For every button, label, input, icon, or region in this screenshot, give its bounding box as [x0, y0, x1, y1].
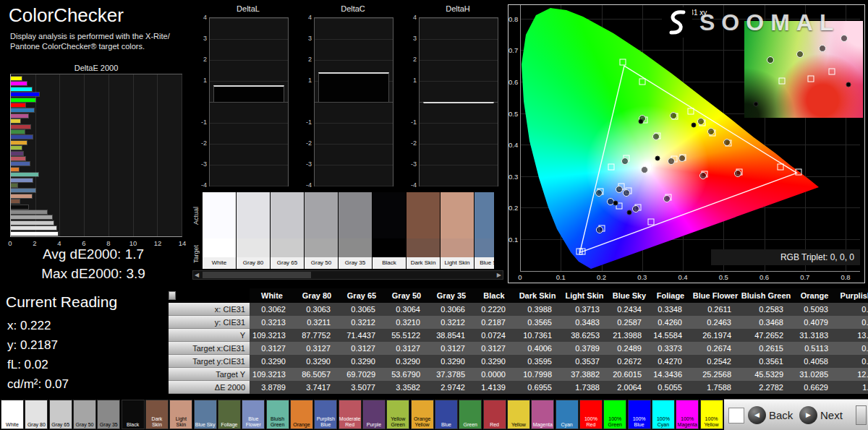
back-button[interactable]: Back — [769, 409, 793, 421]
cie-marker-circle — [723, 139, 731, 146]
palette-swatch[interactable]: Cyan — [556, 400, 579, 429]
table-cell: 0.2187 — [474, 316, 514, 329]
target-swatch — [237, 238, 270, 257]
mini-axis-tick: -3 — [196, 160, 207, 168]
panel-toggle-icon[interactable] — [856, 405, 867, 425]
palette-swatch[interactable]: Purple — [362, 400, 386, 429]
cie-axis-tick: 0.7 — [800, 273, 809, 281]
scroll-right-icon[interactable]: ▶ — [497, 271, 501, 279]
mini-axis-tick: 3 — [406, 35, 417, 42]
palette-swatch-label: Gray 50 — [74, 422, 95, 428]
scroll-left-icon[interactable]: ◀ — [195, 271, 199, 279]
palette-swatch[interactable]: Foliage — [218, 400, 241, 429]
table-cell: 0.3483 — [561, 316, 608, 329]
swatch-comparison: Actual Target WhiteGray 80Gray 65Gray 50… — [192, 192, 494, 269]
table-cell: 0.3066 — [429, 303, 474, 316]
table-cell: 0.3127 — [384, 342, 429, 355]
back-arrow-icon[interactable]: ◀ — [748, 406, 766, 424]
palette-swatch[interactable]: Yellow — [507, 400, 530, 429]
palette-swatch[interactable]: Red — [483, 400, 506, 429]
max-de2000-readout: Max dE2000: 3.9 — [0, 266, 187, 282]
palette-swatch[interactable]: Gray 80 — [25, 400, 48, 429]
mini-axis-tick: -4 — [406, 181, 417, 189]
palette-swatch[interactable]: Yellow Green — [386, 400, 409, 429]
palette-swatch[interactable]: Gray 35 — [97, 400, 120, 429]
cie-marker-circle — [663, 195, 671, 202]
table-cell: 0.2611 — [691, 303, 740, 316]
target-swatch — [271, 238, 304, 257]
actual-row-label: Actual — [192, 192, 202, 238]
palette-swatch[interactable]: 100% Green — [603, 400, 626, 429]
palette-swatch[interactable]: Black — [122, 400, 145, 429]
palette-swatch[interactable]: Gray 50 — [73, 400, 96, 429]
table-cell: 0.2643 — [837, 342, 868, 355]
table-column-header: Black — [474, 288, 514, 303]
cie-marker-circle — [621, 158, 629, 165]
table-cell: 1.7388 — [561, 381, 608, 394]
table-cell: 0.5093 — [792, 303, 837, 316]
palette-swatch[interactable]: Purplish Blue — [314, 400, 337, 429]
comparison-scrollbar[interactable]: ◀ ▶ — [192, 270, 503, 280]
palette-swatch[interactable]: 100% Magenta — [676, 400, 699, 429]
palette-swatch[interactable]: Bluish Green — [266, 400, 289, 429]
palette-swatch[interactable]: Orange — [290, 400, 313, 429]
de2000-plot — [10, 74, 182, 237]
next-button[interactable]: Next — [820, 409, 843, 421]
palette-swatch[interactable]: Moderate Red — [339, 400, 362, 429]
next-arrow-icon[interactable]: ▶ — [799, 406, 817, 424]
de2000-gridline — [133, 74, 134, 236]
de2000-bar — [11, 77, 22, 80]
actual-swatch — [237, 192, 270, 238]
de2000-bar — [11, 125, 30, 129]
table-cell: 0.0000 — [474, 368, 514, 381]
table-cell: 31.3183 — [792, 329, 837, 342]
mini-gridline — [315, 60, 393, 61]
palette-swatch[interactable]: Light Skin — [169, 400, 192, 429]
delta-bar — [318, 72, 389, 102]
de2000-bar — [11, 135, 33, 139]
measurement-table: WhiteGray 80Gray 65Gray 50Gray 35BlackDa… — [169, 288, 868, 395]
mini-axis-tick: -1 — [301, 119, 312, 126]
table-column-header: Purplish Blue — [837, 288, 868, 303]
table-cell: 3.5077 — [339, 381, 384, 394]
table-cell: 0.1903 — [837, 355, 868, 368]
palette-swatch[interactable]: Dark Skin — [145, 400, 169, 429]
de2000-bar — [11, 141, 27, 145]
palette-swatch[interactable]: White — [1, 400, 24, 429]
table-cell: 71.4437 — [339, 329, 384, 342]
palette-swatch[interactable]: Magenta — [531, 400, 554, 429]
palette-swatch[interactable]: Blue — [435, 400, 458, 429]
cie-marker-circle — [595, 189, 603, 197]
palette-swatch[interactable]: Blue Sky — [194, 400, 217, 429]
palette-swatch[interactable]: 100% Blue — [628, 400, 651, 429]
soomal-logo-icon — [662, 7, 692, 38]
palette-swatch[interactable]: Orange Yellow — [411, 400, 434, 429]
table-cell: 0.2489 — [608, 342, 650, 355]
table-cell: 0.3064 — [384, 303, 429, 316]
comparison-column: Black — [373, 192, 406, 269]
table-cell: 20.6015 — [608, 368, 650, 381]
cie-marker-square — [639, 79, 645, 85]
comparison-column: Gray 65 — [271, 192, 304, 269]
color-tile-icon[interactable] — [728, 408, 744, 423]
palette-swatch-label: 100% Green — [604, 416, 626, 428]
palette-swatch[interactable]: 100% Yellow — [700, 400, 723, 429]
cie-axis-tick: 0.4 — [509, 141, 518, 149]
palette-swatch[interactable]: 100% Red — [579, 400, 603, 429]
palette-swatch[interactable]: Gray 65 — [49, 400, 72, 429]
table-corner-button[interactable] — [169, 291, 176, 300]
table-row: Target y:CIE310.32900.32900.32900.32900.… — [169, 355, 868, 368]
table-cell: 0.4058 — [792, 355, 837, 368]
table-cell: 0.4270 — [650, 355, 691, 368]
cie-axis-tick: 0.5 — [719, 273, 728, 281]
palette-swatch[interactable]: Green — [459, 400, 482, 429]
table-cell: 0.3127 — [250, 342, 294, 355]
mini-axis-tick: -2 — [406, 139, 417, 147]
cie-axis-tick: 0 — [518, 273, 522, 281]
scrollbar-thumb[interactable] — [203, 272, 311, 278]
palette-swatch[interactable]: 100% Cyan — [652, 400, 675, 429]
palette-swatch-label: Cyan — [556, 422, 578, 428]
table-cell: 0.3127 — [429, 342, 474, 355]
palette-swatch[interactable]: Blue Flower — [242, 400, 265, 429]
mini-chart-title: DeltaL — [209, 3, 287, 14]
